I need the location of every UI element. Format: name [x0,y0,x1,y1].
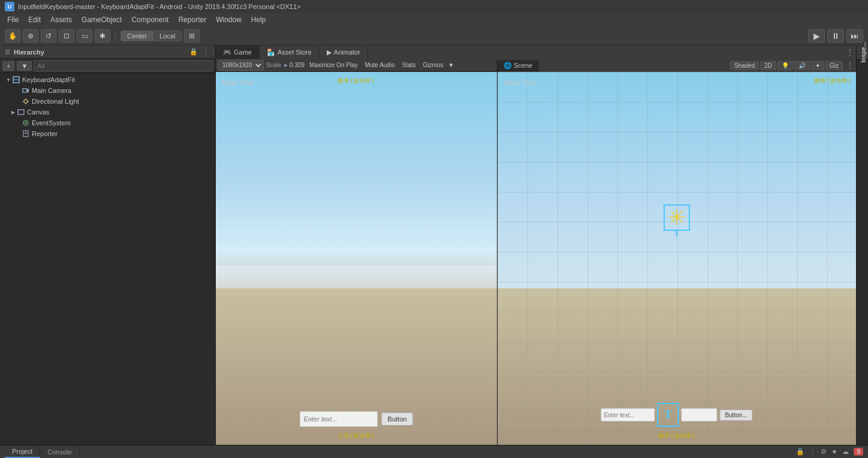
svg-point-4 [24,100,28,103]
hierarchy-label-root: KeyboardAdaptFit [22,76,75,83]
scene-bottom-text: 频率(波动率) [658,432,695,440]
menu-edit[interactable]: Edit [23,14,46,25]
status-star-icon[interactable]: ★ [831,448,837,456]
stats-button[interactable]: Stats [400,61,418,69]
panels-row: 1080x1920 Scale ● 0.309 Maximize On Play… [216,59,856,445]
menu-gameobject[interactable]: GameObject [77,14,126,25]
center-button[interactable]: Center [121,31,153,41]
game-canvas: New Text 频率(波动率) Button 之类(波动率) [216,72,497,445]
status-menu-icon[interactable]: ⋮ [809,448,816,456]
scene-grid-overlay [498,72,856,445]
status-settings-icon[interactable]: ⚙ [821,448,827,456]
hierarchy-title: Hierarchy [14,49,44,56]
status-bar: Project Console 🔒 ⋮ ⚙ ★ ☁ 9 [0,445,868,458]
rotate-tool-button[interactable]: ↺ [41,29,56,43]
hierarchy-label-light: Directional Light [32,98,79,105]
hierarchy-toolbar: + ▼ [0,59,215,73]
hierarchy-search-input[interactable] [34,61,213,71]
hierarchy-panel: ☰ Hierarchy 🔒 ⋮ + ▼ ▼ KeyboardAdaptFit [0,46,216,445]
hierarchy-item-root[interactable]: ▼ KeyboardAdaptFit [0,74,215,85]
scene-input-area: T Button... [601,403,752,427]
game-input-area: Button [300,411,414,427]
game-action-button[interactable]: Button [381,412,414,426]
expand-arrow: ▼ [5,76,12,83]
hierarchy-dropdown-button[interactable]: ▼ [17,61,32,71]
svg-rect-2 [23,89,27,92]
tab-animator[interactable]: ▶ Animator [320,46,368,59]
scale-value: 0.309 [290,62,305,68]
hierarchy-header: ☰ Hierarchy 🔒 ⋮ [0,46,215,59]
scale-tool-button[interactable]: ⊡ [59,29,74,43]
gizmos-arrow[interactable]: ▼ [448,62,454,68]
svg-rect-9 [18,110,24,115]
game-tabs-bar: 🎮 Game 🏪 Asset Store ▶ Animator ⋮ [216,46,856,59]
scene-text-input[interactable] [601,408,655,421]
title-bar: U InputfieldKeyboard-master - KeyboardAd… [0,0,868,13]
menu-window[interactable]: Window [211,14,246,25]
step-button[interactable]: ⏭ [846,29,863,43]
main-layout: ☰ Hierarchy 🔒 ⋮ + ▼ ▼ KeyboardAdaptFit [0,46,868,445]
move-tool-button[interactable]: ⊕ [23,29,38,43]
tab-asset-store[interactable]: 🏪 Asset Store [260,46,320,59]
status-count-badge: 9 [854,448,863,456]
camera-icon [22,86,30,95]
rect-tool-button[interactable]: ▭ [77,29,92,43]
game-view: 1080x1920 Scale ● 0.309 Maximize On Play… [216,59,498,445]
hierarchy-label-reporter: Reporter [32,130,58,137]
status-lock-icon[interactable]: 🔒 [796,448,804,456]
status-cloud-icon[interactable]: ☁ [842,448,849,456]
hierarchy-add-button[interactable]: + [2,61,14,71]
shading-dropdown[interactable]: Shaded [730,61,759,70]
game-sky [216,72,497,296]
hierarchy-menu-button[interactable]: ⋮ [201,47,210,57]
tab-project[interactable]: Project [5,446,40,458]
menu-reporter[interactable]: Reporter [173,14,211,25]
menu-assets[interactable]: Assets [46,14,77,25]
2d-toggle[interactable]: 2D [760,61,776,70]
game-new-text-label: New Text [222,78,254,87]
game-overlay-text: 频率(波动率) [337,77,375,85]
tab-scene[interactable]: 🌐 Scene [498,60,539,71]
game-panel-menu[interactable]: ⋮ [846,48,854,56]
canvas-arrow: ▶ [10,109,17,116]
game-text-input[interactable] [300,411,378,427]
maximize-on-play-button[interactable]: Maximize On Play [307,61,360,69]
tab-game[interactable]: 🎮 Game [216,46,260,59]
scene-panel-menu[interactable]: ⋮ [846,61,854,70]
scale-slider-icon: ● [284,62,287,68]
mute-audio-button[interactable]: Mute Audio [363,61,397,69]
play-button[interactable]: ▶ [808,29,825,43]
animator-tab-label: Animator [334,49,360,56]
input-highlight-box: T [657,403,679,427]
scene-action-button[interactable]: Button... [719,409,752,421]
local-button[interactable]: Local [153,31,181,41]
resolution-select[interactable]: 1080x1920 [218,60,264,71]
hierarchy-icon: ☰ [5,49,10,55]
hierarchy-lock-button[interactable]: 🔒 [189,47,198,57]
scene-gizmos[interactable]: Giz [825,61,843,70]
hierarchy-item-eventsystem[interactable]: ▶ EventSystem [0,117,215,128]
status-bar-right: 🔒 ⋮ ⚙ ★ ☁ 9 [796,448,863,456]
menu-file[interactable]: File [2,14,23,25]
grid-button[interactable]: ⊞ [184,29,200,43]
hierarchy-item-camera[interactable]: ▶ Main Camera [0,85,215,96]
scene-input-extra [681,408,717,421]
scene-icon [12,76,20,84]
svg-point-11 [25,122,27,124]
hierarchy-item-reporter[interactable]: ▶ Reporter [0,128,215,139]
lighting-toggle[interactable]: 💡 [777,61,793,70]
hierarchy-item-light[interactable]: ▶ Directional Light [0,96,215,107]
inspector-header: Inspe... [857,46,868,59]
transform-tool-button[interactable]: ✱ [95,29,110,43]
audio-toggle[interactable]: 🔊 [794,61,810,70]
menu-component[interactable]: Component [126,14,173,25]
vfx-toggle[interactable]: ✦ [811,61,824,70]
hierarchy-label-canvas: Canvas [27,109,49,116]
hand-tool-button[interactable]: ✋ [5,29,20,43]
tab-console[interactable]: Console [40,447,79,457]
inspector-label: Inspe... [860,42,867,62]
pause-button[interactable]: ⏸ [827,29,844,43]
hierarchy-item-canvas[interactable]: ▶ Canvas [0,107,215,117]
menu-help[interactable]: Help [246,14,271,25]
gizmos-button[interactable]: Gizmos [421,61,446,69]
